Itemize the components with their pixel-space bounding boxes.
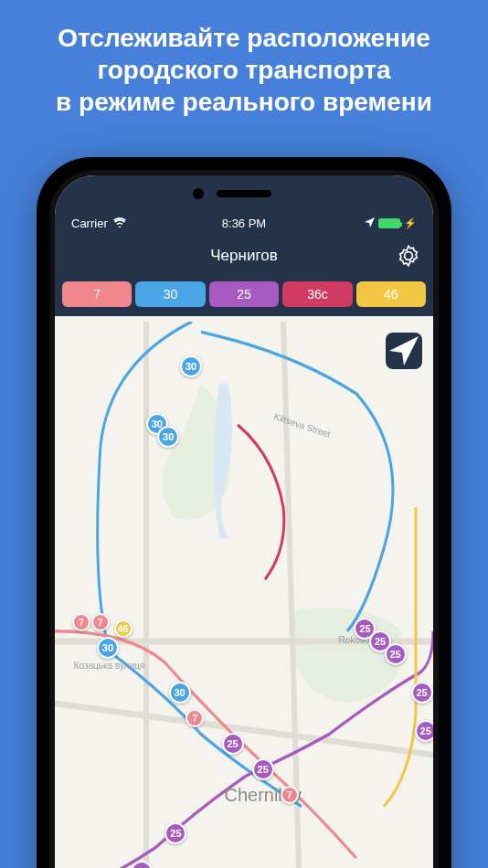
map-view[interactable]: Kiltseva Street Rokosovs... Козацька вул… (55, 322, 433, 868)
location-arrow-icon (386, 333, 422, 369)
wifi-icon (113, 217, 126, 230)
promo-line-3: в режиме реального времени (18, 86, 470, 118)
vehicle-marker[interactable]: 46 (114, 619, 133, 638)
locate-me-button[interactable] (386, 333, 422, 369)
vehicle-marker[interactable]: 7 (91, 613, 110, 631)
vehicle-marker[interactable]: 7 (72, 613, 90, 631)
gear-icon (397, 244, 420, 268)
vehicle-marker[interactable]: 25 (164, 822, 186, 844)
vehicle-marker[interactable]: 30 (97, 637, 119, 659)
route-tab-25[interactable]: 25 (209, 281, 279, 307)
vehicle-marker[interactable]: 30 (180, 355, 202, 377)
promo-line-2: городского транспорта (18, 54, 470, 86)
vehicle-marker[interactable]: 25 (385, 643, 407, 665)
status-right: ⚡ (365, 217, 417, 230)
route-tab-7[interactable]: 7 (62, 281, 132, 307)
phone-frame: Carrier 8:36 PM ⚡ Чернигов (37, 157, 451, 868)
status-bar: Carrier 8:36 PM ⚡ (55, 175, 433, 236)
vehicle-marker[interactable]: 25 (415, 720, 433, 742)
route-tab-30[interactable]: 30 (135, 281, 205, 307)
phone-bezel: Carrier 8:36 PM ⚡ Чернигов (49, 170, 439, 868)
settings-button[interactable] (397, 244, 420, 268)
status-time: 8:36 PM (222, 217, 266, 230)
vehicle-marker[interactable]: 25 (411, 682, 433, 704)
vehicle-marker[interactable]: 7 (186, 709, 204, 727)
speaker-grill (217, 190, 271, 197)
phone-screen: Carrier 8:36 PM ⚡ Чернигов (55, 175, 433, 868)
route-tab-46[interactable]: 46 (356, 281, 426, 307)
route-tabs: 7 30 25 36c 46 (55, 276, 433, 316)
app-navbar: Чернигов (55, 236, 433, 276)
status-left: Carrier (71, 217, 126, 230)
vehicle-marker[interactable]: 30 (169, 682, 191, 704)
vehicle-marker[interactable]: 25 (252, 758, 274, 780)
front-camera (193, 188, 204, 199)
street-label-kozatska: Козацька вулиця (74, 661, 145, 671)
charging-icon: ⚡ (404, 217, 417, 229)
vehicle-marker[interactable]: 30 (157, 426, 179, 448)
page-title: Чернигов (210, 247, 277, 265)
route-tab-36c[interactable]: 36c (282, 281, 352, 307)
vehicle-marker[interactable]: 25 (222, 733, 244, 755)
vehicle-marker[interactable]: 7 (281, 786, 299, 804)
promo-headline: Отслеживайте расположение городского тра… (0, 0, 488, 134)
promo-line-1: Отслеживайте расположение (18, 22, 470, 54)
battery-icon (378, 218, 400, 228)
carrier-label: Carrier (71, 217, 108, 230)
location-arrow-icon (365, 217, 375, 230)
